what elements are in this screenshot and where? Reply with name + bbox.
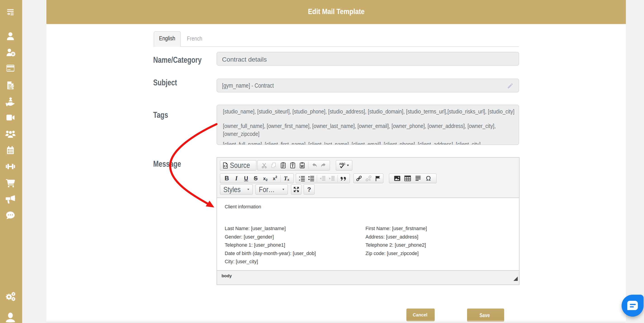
svg-text:2: 2 (299, 179, 300, 181)
svg-text:ABC: ABC (339, 162, 346, 166)
svg-text:1: 1 (299, 176, 300, 178)
